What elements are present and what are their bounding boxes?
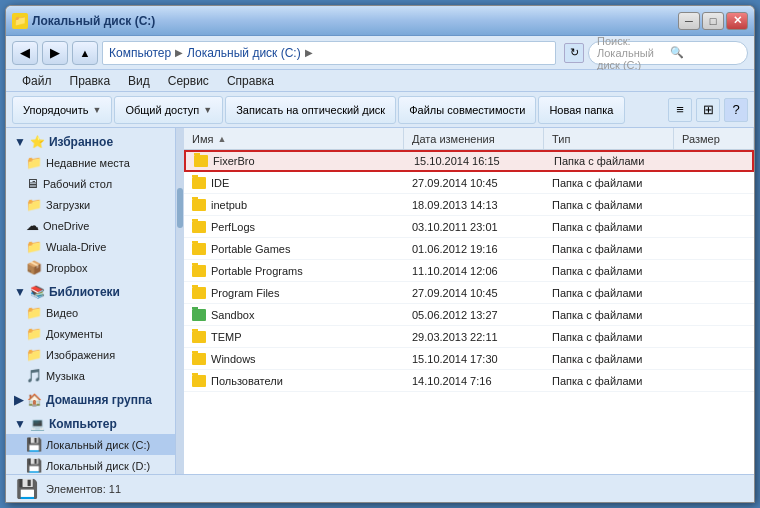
search-bar[interactable]: Поиск: Локальный диск (C:) 🔍	[588, 41, 748, 65]
sidebar-item-video[interactable]: 📁 Видео	[6, 302, 175, 323]
menu-view[interactable]: Вид	[120, 72, 158, 90]
table-row[interactable]: Portable Games01.06.2012 19:16Папка с фа…	[184, 238, 754, 260]
libraries-section: ▼ 📚 Библиотеки 📁 Видео 📁 Документы 📁 Изо…	[6, 282, 175, 386]
breadcrumb-drive[interactable]: Локальный диск (C:)	[187, 46, 301, 60]
file-type-cell: Папка с файлами	[544, 285, 674, 301]
file-type-cell: Папка с файлами	[544, 241, 674, 257]
col-header-name[interactable]: Имя ▲	[184, 128, 404, 149]
scrollbar-thumb[interactable]	[177, 188, 183, 228]
sidebar-item-dropbox[interactable]: 📦 Dropbox	[6, 257, 175, 278]
folder-icon: 📁	[26, 305, 42, 320]
sidebar-item-drive-c[interactable]: 💾 Локальный диск (C:)	[6, 434, 175, 455]
view-details-button[interactable]: ≡	[668, 98, 692, 122]
burn-button[interactable]: Записать на оптический диск	[225, 96, 396, 124]
sidebar-scrollbar[interactable]	[176, 128, 184, 474]
window-icon: 📁	[12, 13, 28, 29]
computer-section: ▼ 💻 Компьютер 💾 Локальный диск (C:) 💾 Ло…	[6, 414, 175, 474]
file-size-cell	[674, 225, 754, 229]
window-title: Локальный диск (C:)	[32, 14, 155, 28]
file-size-cell	[674, 313, 754, 317]
file-name-cell: Windows	[184, 351, 404, 367]
compat-button[interactable]: Файлы совместимости	[398, 96, 536, 124]
forward-button[interactable]: ▶	[42, 41, 68, 65]
up-button[interactable]: ▲	[72, 41, 98, 65]
menu-tools[interactable]: Сервис	[160, 72, 217, 90]
libraries-header[interactable]: ▼ 📚 Библиотеки	[6, 282, 175, 302]
favorites-header[interactable]: ▼ ⭐ Избранное	[6, 132, 175, 152]
col-header-date[interactable]: Дата изменения	[404, 128, 544, 149]
close-button[interactable]: ✕	[726, 12, 748, 30]
table-row[interactable]: TEMP29.03.2013 22:11Папка с файлами	[184, 326, 754, 348]
table-row[interactable]: Windows15.10.2014 17:30Папка с файлами	[184, 348, 754, 370]
drive-c-icon: 💾	[26, 437, 42, 452]
search-placeholder: Поиск: Локальный диск (C:)	[597, 35, 666, 71]
maximize-button[interactable]: □	[702, 12, 724, 30]
sidebar-item-wuala[interactable]: 📁 Wuala-Drive	[6, 236, 175, 257]
refresh-button[interactable]: ↻	[564, 43, 584, 63]
sidebar-item-recent[interactable]: 📁 Недавние места	[6, 152, 175, 173]
file-name-cell: Portable Programs	[184, 263, 404, 279]
search-icon: 🔍	[670, 46, 739, 59]
breadcrumb-sep-1: ▶	[175, 47, 183, 58]
file-type-cell: Папка с файлами	[544, 219, 674, 235]
table-row[interactable]: Sandbox05.06.2012 13:27Папка с файлами	[184, 304, 754, 326]
sidebar-item-documents[interactable]: 📁 Документы	[6, 323, 175, 344]
share-button[interactable]: Общий доступ ▼	[114, 96, 223, 124]
libraries-arrow: ▼	[14, 285, 26, 299]
sidebar-item-images[interactable]: 📁 Изображения	[6, 344, 175, 365]
table-row[interactable]: Portable Programs11.10.2014 12:06Папка с…	[184, 260, 754, 282]
folder-icon: 📁	[26, 347, 42, 362]
file-size-cell	[674, 203, 754, 207]
computer-header[interactable]: ▼ 💻 Компьютер	[6, 414, 175, 434]
file-size-cell	[676, 159, 752, 163]
computer-icon: 💻	[30, 417, 45, 431]
table-row[interactable]: inetpub18.09.2013 14:13Папка с файлами	[184, 194, 754, 216]
table-row[interactable]: Program Files27.09.2014 10:45Папка с фай…	[184, 282, 754, 304]
table-row[interactable]: FixerBro15.10.2014 16:15Папка с файлами	[184, 150, 754, 172]
file-size-cell	[674, 379, 754, 383]
back-button[interactable]: ◀	[12, 41, 38, 65]
col-header-size[interactable]: Размер	[674, 128, 754, 149]
computer-arrow: ▼	[14, 417, 26, 431]
view-icons-button[interactable]: ⊞	[696, 98, 720, 122]
address-bar[interactable]: Компьютер ▶ Локальный диск (C:) ▶	[102, 41, 556, 65]
statusbar: 💾 Элементов: 11	[6, 474, 754, 502]
file-name-cell: inetpub	[184, 197, 404, 213]
new-folder-button[interactable]: Новая папка	[538, 96, 624, 124]
sidebar: ▼ ⭐ Избранное 📁 Недавние места 🖥 Рабочий…	[6, 128, 176, 474]
window-controls: ─ □ ✕	[678, 12, 748, 30]
sidebar-item-drive-d[interactable]: 💾 Локальный диск (D:)	[6, 455, 175, 474]
file-type-cell: Папка с файлами	[544, 373, 674, 389]
file-name-cell: Portable Games	[184, 241, 404, 257]
file-date-cell: 11.10.2014 12:06	[404, 263, 544, 279]
col-header-type[interactable]: Тип	[544, 128, 674, 149]
file-date-cell: 18.09.2013 14:13	[404, 197, 544, 213]
file-type-cell: Папка с файлами	[544, 329, 674, 345]
file-area: Имя ▲ Дата изменения Тип Размер FixerBro…	[184, 128, 754, 474]
file-type-cell: Папка с файлами	[546, 153, 676, 169]
breadcrumb-computer[interactable]: Компьютер	[109, 46, 171, 60]
sidebar-item-downloads[interactable]: 📁 Загрузки	[6, 194, 175, 215]
sidebar-item-onedrive[interactable]: ☁ OneDrive	[6, 215, 175, 236]
homegroup-header[interactable]: ▶ 🏠 Домашняя группа	[6, 390, 175, 410]
menu-file[interactable]: Файл	[14, 72, 60, 90]
file-date-cell: 27.09.2014 10:45	[404, 175, 544, 191]
column-headers: Имя ▲ Дата изменения Тип Размер	[184, 128, 754, 150]
file-date-cell: 03.10.2011 23:01	[404, 219, 544, 235]
table-row[interactable]: Пользователи14.10.2014 7:16Папка с файла…	[184, 370, 754, 392]
file-type-cell: Папка с файлами	[544, 263, 674, 279]
menu-edit[interactable]: Правка	[62, 72, 119, 90]
sidebar-item-desktop[interactable]: 🖥 Рабочий стол	[6, 173, 175, 194]
file-type-cell: Папка с файлами	[544, 197, 674, 213]
menu-help[interactable]: Справка	[219, 72, 282, 90]
navigation-bar: ◀ ▶ ▲ Компьютер ▶ Локальный диск (C:) ▶ …	[6, 36, 754, 70]
sidebar-item-music[interactable]: 🎵 Музыка	[6, 365, 175, 386]
help-button[interactable]: ?	[724, 98, 748, 122]
table-row[interactable]: PerfLogs03.10.2011 23:01Папка с файлами	[184, 216, 754, 238]
table-row[interactable]: IDE27.09.2014 10:45Папка с файлами	[184, 172, 754, 194]
file-size-cell	[674, 357, 754, 361]
sort-arrow: ▲	[217, 134, 226, 144]
explorer-window: 📁 Локальный диск (C:) ─ □ ✕ ◀ ▶ ▲ Компью…	[5, 5, 755, 503]
organize-button[interactable]: Упорядочить ▼	[12, 96, 112, 124]
minimize-button[interactable]: ─	[678, 12, 700, 30]
